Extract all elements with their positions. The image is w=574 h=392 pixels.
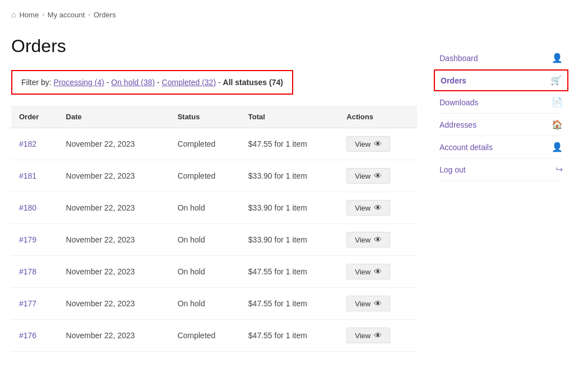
col-total: Total xyxy=(240,106,339,128)
order-total-cell: $47.55 for 1 item xyxy=(240,320,339,352)
table-row: #182 November 22, 2023 Completed $47.55 … xyxy=(11,128,417,160)
eye-icon: 👁 xyxy=(374,299,382,308)
order-date-cell: November 22, 2023 xyxy=(58,160,170,192)
view-button[interactable]: View 👁 xyxy=(346,232,390,248)
home-icon: ⌂ xyxy=(11,10,16,19)
breadcrumb-home-link[interactable]: Home xyxy=(19,11,39,19)
order-id-link[interactable]: #179 xyxy=(19,235,36,244)
order-total-cell: $33.90 for 1 item xyxy=(240,192,339,224)
order-id-link[interactable]: #182 xyxy=(19,139,36,148)
col-date: Date xyxy=(58,106,170,128)
order-status-cell: On hold xyxy=(170,192,240,224)
sidebar-link-account-details[interactable]: Account details xyxy=(439,143,493,152)
logout-icon: ↪ xyxy=(556,164,563,175)
filter-onhold[interactable]: On hold (38) xyxy=(111,78,155,87)
order-id-cell: #176 xyxy=(11,320,58,352)
order-id-link[interactable]: #181 xyxy=(19,171,36,180)
sidebar-item-account-details[interactable]: Account details 👤 xyxy=(439,136,563,158)
order-total-cell: $47.55 for 1 item xyxy=(240,128,339,160)
order-total-cell: $47.55 for 1 item xyxy=(240,288,339,320)
order-actions-cell: View 👁 xyxy=(339,256,417,288)
order-id-cell: #182 xyxy=(11,128,58,160)
sidebar: Dashboard 👤 Orders 🛒 Downloads 📄 Address… xyxy=(439,36,563,352)
order-actions-cell: View 👁 xyxy=(339,224,417,256)
table-row: #178 November 22, 2023 On hold $47.55 fo… xyxy=(11,256,417,288)
breadcrumb-account-link[interactable]: My account xyxy=(48,11,85,19)
order-date-cell: November 22, 2023 xyxy=(58,320,170,352)
sidebar-link-logout[interactable]: Log out xyxy=(439,165,466,174)
account-details-icon: 👤 xyxy=(552,142,563,152)
sidebar-item-logout[interactable]: Log out ↪ xyxy=(439,158,563,181)
view-button-label: View xyxy=(355,300,371,308)
col-actions: Actions xyxy=(339,106,417,128)
sidebar-item-orders[interactable]: Orders 🛒 xyxy=(434,69,568,91)
order-date-cell: November 22, 2023 xyxy=(58,224,170,256)
sidebar-link-addresses[interactable]: Addresses xyxy=(439,120,476,129)
order-total-cell: $47.55 for 1 item xyxy=(240,256,339,288)
breadcrumb-separator-2: › xyxy=(88,11,90,18)
filter-all-statuses: All statuses (74) xyxy=(223,78,283,87)
order-actions-cell: View 👁 xyxy=(339,128,417,160)
sidebar-link-downloads[interactable]: Downloads xyxy=(439,98,478,107)
content-area: Orders Filter by: Processing (4) - On ho… xyxy=(11,36,417,352)
view-button[interactable]: View 👁 xyxy=(346,168,390,184)
table-row: #179 November 22, 2023 On hold $33.90 fo… xyxy=(11,224,417,256)
page-title: Orders xyxy=(11,36,417,57)
sidebar-nav: Dashboard 👤 Orders 🛒 Downloads 📄 Address… xyxy=(439,47,563,181)
order-actions-cell: View 👁 xyxy=(339,288,417,320)
view-button-label: View xyxy=(355,204,371,212)
sidebar-item-addresses[interactable]: Addresses 🏠 xyxy=(439,114,563,136)
sidebar-link-orders[interactable]: Orders xyxy=(441,76,466,85)
filter-bar: Filter by: Processing (4) - On hold (38)… xyxy=(11,70,293,95)
view-button-label: View xyxy=(355,268,371,276)
view-button[interactable]: View 👁 xyxy=(346,328,390,343)
table-header-row: Order Date Status Total Actions xyxy=(11,106,417,128)
order-date-cell: November 22, 2023 xyxy=(58,128,170,160)
filter-label: Filter by: xyxy=(21,78,52,87)
order-id-link[interactable]: #180 xyxy=(19,203,36,212)
col-order: Order xyxy=(11,106,58,128)
breadcrumb: ⌂ Home › My account › Orders xyxy=(11,0,563,25)
view-button[interactable]: View 👁 xyxy=(346,200,390,216)
order-id-cell: #180 xyxy=(11,192,58,224)
orders-table: Order Date Status Total Actions #182 Nov… xyxy=(11,106,417,352)
order-id-cell: #181 xyxy=(11,160,58,192)
order-actions-cell: View 👁 xyxy=(339,160,417,192)
addresses-icon: 🏠 xyxy=(552,119,563,130)
order-total-cell: $33.90 for 1 item xyxy=(240,160,339,192)
breadcrumb-current: Orders xyxy=(94,11,116,19)
order-date-cell: November 22, 2023 xyxy=(58,288,170,320)
view-button[interactable]: View 👁 xyxy=(346,136,390,152)
table-row: #181 November 22, 2023 Completed $33.90 … xyxy=(11,160,417,192)
view-button[interactable]: View 👁 xyxy=(346,264,390,279)
order-total-cell: $33.90 for 1 item xyxy=(240,224,339,256)
view-button[interactable]: View 👁 xyxy=(346,296,390,311)
order-status-cell: Completed xyxy=(170,320,240,352)
eye-icon: 👁 xyxy=(374,171,382,180)
filter-processing[interactable]: Processing (4) xyxy=(54,78,104,87)
order-status-cell: On hold xyxy=(170,224,240,256)
filter-completed[interactable]: Completed (32) xyxy=(162,78,216,87)
order-actions-cell: View 👁 xyxy=(339,192,417,224)
order-status-cell: On hold xyxy=(170,256,240,288)
order-status-cell: On hold xyxy=(170,288,240,320)
sidebar-link-dashboard[interactable]: Dashboard xyxy=(439,54,478,63)
sidebar-item-downloads[interactable]: Downloads 📄 xyxy=(439,91,563,114)
order-id-cell: #177 xyxy=(11,288,58,320)
downloads-icon: 📄 xyxy=(552,97,563,108)
order-id-link[interactable]: #177 xyxy=(19,299,36,308)
eye-icon: 👁 xyxy=(374,267,382,276)
order-date-cell: November 22, 2023 xyxy=(58,192,170,224)
order-id-cell: #178 xyxy=(11,256,58,288)
eye-icon: 👁 xyxy=(374,331,382,340)
breadcrumb-separator-1: › xyxy=(42,11,44,18)
eye-icon: 👁 xyxy=(374,235,382,244)
table-row: #176 November 22, 2023 Completed $47.55 … xyxy=(11,320,417,352)
order-id-link[interactable]: #178 xyxy=(19,267,36,276)
orders-icon: 🛒 xyxy=(550,75,562,86)
eye-icon: 👁 xyxy=(374,139,382,148)
order-id-link[interactable]: #176 xyxy=(19,331,36,340)
order-status-cell: Completed xyxy=(170,128,240,160)
sidebar-item-dashboard[interactable]: Dashboard 👤 xyxy=(439,47,563,69)
order-status-cell: Completed xyxy=(170,160,240,192)
